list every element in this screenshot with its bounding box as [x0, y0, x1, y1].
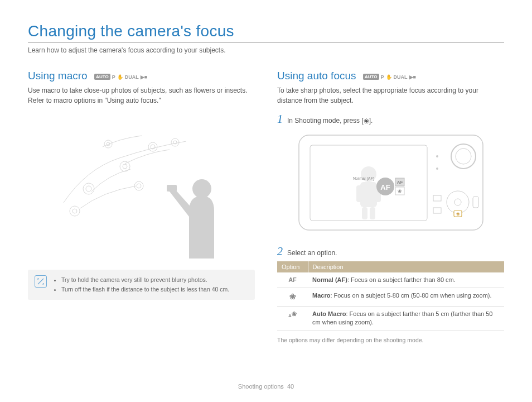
autofocus-intro: To take sharp photos, select the appropr…: [277, 85, 504, 106]
table-row: A❀ Auto Macro: Focus on a subject farthe…: [277, 306, 504, 331]
option-name: Auto Macro: [312, 310, 346, 317]
svg-rect-22: [362, 207, 367, 219]
svg-point-6: [70, 206, 80, 216]
svg-point-37: [436, 168, 438, 170]
svg-point-36: [436, 155, 438, 157]
hand-mode-icon: ✋: [117, 74, 123, 80]
svg-text:AF: AF: [396, 180, 403, 185]
svg-point-33: [454, 199, 461, 205]
screen-mode-label: Normal (AF): [352, 176, 374, 181]
svg-point-30: [451, 144, 476, 169]
table-row: AF Normal (AF): Focus on a subject farth…: [277, 272, 504, 288]
auto-mode-icon: AUTO: [94, 74, 110, 80]
svg-rect-19: [360, 182, 377, 207]
hand-mode-icon: ✋: [386, 74, 392, 80]
svg-rect-40: [473, 197, 478, 208]
right-column: Using auto focus AUTO P ✋ DUAL ▶■ To tak…: [277, 70, 504, 343]
svg-text:AF: AF: [380, 183, 390, 192]
macro-illustration: [28, 113, 255, 259]
th-description: Description: [308, 261, 504, 272]
table-footnote: The options may differ depending on the …: [277, 337, 504, 343]
tip-item-2: Turn off the flash if the distance to th…: [61, 285, 229, 294]
mode-icons-left: AUTO P ✋ DUAL ▶■: [94, 74, 147, 80]
left-column: Using macro AUTO P ✋ DUAL ▶■ Use macro t…: [28, 70, 255, 343]
option-name: Macro: [312, 292, 330, 299]
macro-button-icon: ❀: [364, 117, 369, 125]
step-number-1: 1: [277, 113, 283, 125]
option-name: Normal (AF): [312, 276, 347, 283]
option-icon-af: AF: [277, 272, 308, 288]
svg-point-32: [447, 191, 469, 213]
svg-point-31: [456, 149, 471, 164]
camera-illustration: AF Normal (AF) AF ❀ ❀: [277, 130, 504, 236]
option-desc: : Focus on a subject 5-80 cm (50-80 cm w…: [330, 292, 491, 299]
page-subtitle: Learn how to adjust the camera's focus a…: [28, 46, 504, 54]
tip-box: Try to hold the camera very still to pre…: [28, 270, 255, 300]
step-1-text-prefix: In Shooting mode, press [: [287, 117, 364, 125]
step-2-text: Select an option.: [287, 249, 337, 257]
step-number-2: 2: [277, 246, 283, 257]
svg-point-3: [123, 164, 127, 169]
video-mode-icon: ▶■: [141, 74, 147, 80]
footer-section: Shooting options: [238, 383, 284, 390]
svg-point-14: [192, 179, 211, 198]
svg-point-4: [148, 142, 157, 151]
option-desc: : Focus on a subject farther than 80 cm.: [347, 276, 456, 283]
svg-point-7: [72, 209, 77, 213]
step-1-text-suffix: ].: [369, 117, 373, 125]
p-mode-icon: P: [112, 74, 115, 80]
svg-rect-23: [370, 207, 375, 219]
note-icon: [35, 275, 47, 288]
svg-rect-39: [433, 208, 441, 213]
mode-icons-right: AUTO P ✋ DUAL ▶■: [363, 74, 416, 80]
section-heading-macro: Using macro: [28, 70, 88, 82]
svg-point-1: [86, 186, 91, 192]
step-1: 1 In Shooting mode, press [❀].: [277, 113, 504, 125]
svg-point-0: [83, 183, 94, 194]
page-title: Changing the camera's focus: [28, 22, 504, 43]
table-row: ❀ Macro: Focus on a subject 5-80 cm (50-…: [277, 288, 504, 307]
option-icon-macro: ❀: [277, 288, 308, 307]
th-option: Option: [277, 261, 308, 272]
svg-text:❀: ❀: [456, 212, 460, 217]
dual-mode-icon: DUAL: [394, 74, 408, 80]
dual-mode-icon: DUAL: [125, 74, 139, 80]
p-mode-icon: P: [381, 74, 384, 80]
focus-options-table: Option Description AF Normal (AF): Focus…: [277, 261, 504, 331]
svg-rect-15: [167, 185, 177, 192]
svg-point-2: [120, 161, 130, 171]
option-icon-automacro: A❀: [277, 306, 308, 331]
svg-text:❀: ❀: [398, 188, 402, 194]
step-2: 2 Select an option.: [277, 246, 504, 257]
footer-page-number: 40: [287, 383, 294, 390]
video-mode-icon: ▶■: [409, 74, 416, 80]
svg-point-11: [137, 184, 141, 188]
svg-rect-20: [356, 185, 362, 202]
auto-mode-icon: AUTO: [363, 74, 379, 80]
page-footer: Shooting options 40: [0, 383, 532, 390]
svg-point-12: [171, 138, 179, 146]
svg-rect-38: [433, 195, 441, 201]
tip-item-1: Try to hold the camera very still to pre…: [61, 275, 229, 285]
section-heading-autofocus: Using auto focus: [277, 70, 356, 82]
macro-intro: Use macro to take close-up photos of sub…: [28, 85, 255, 106]
